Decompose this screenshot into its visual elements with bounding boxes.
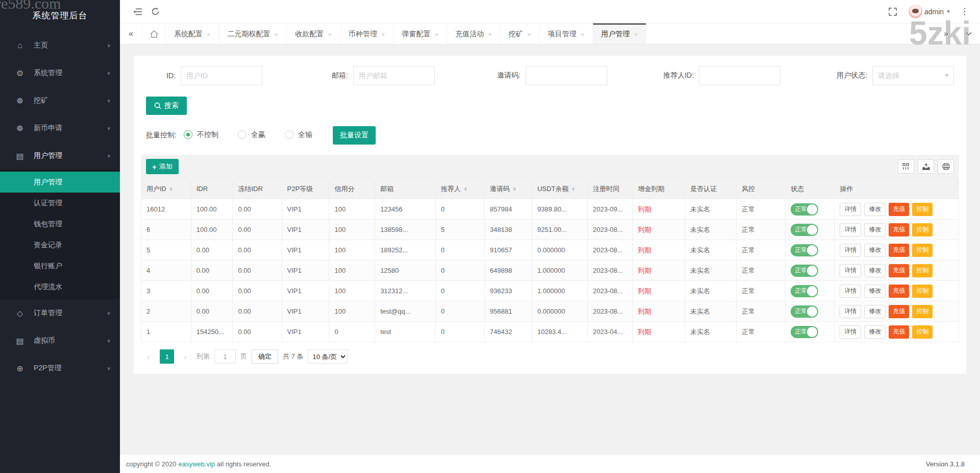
close-icon[interactable]: × xyxy=(634,31,638,38)
edit-button[interactable]: 修改 xyxy=(864,223,886,236)
recharge-button[interactable]: 充值 xyxy=(889,223,909,236)
sidebar-subitem-2[interactable]: 认证管理 xyxy=(0,193,120,214)
print-icon[interactable] xyxy=(938,159,954,174)
recharge-button[interactable]: 充值 xyxy=(889,264,909,277)
more-options-icon[interactable]: ⋮ xyxy=(958,6,971,17)
status-toggle[interactable]: 正常 xyxy=(791,203,818,216)
collapse-menu-icon[interactable] xyxy=(129,4,146,19)
close-icon[interactable]: × xyxy=(527,31,531,38)
confirm-page-button[interactable]: 确定 xyxy=(252,349,278,364)
detail-button[interactable]: 详情 xyxy=(840,264,861,277)
control-button[interactable]: 控制 xyxy=(912,305,933,318)
sidebar-item-5[interactable]: ▤用户管理∧ xyxy=(0,142,120,170)
detail-button[interactable]: 详情 xyxy=(840,203,861,216)
sidebar-subitem-1[interactable]: 用户管理 xyxy=(0,172,120,193)
detail-button[interactable]: 详情 xyxy=(840,244,861,257)
status-toggle[interactable]: 正常 xyxy=(791,285,818,297)
sort-icon[interactable]: ▲▼ xyxy=(463,187,468,191)
detail-button[interactable]: 详情 xyxy=(840,223,861,236)
status-toggle[interactable]: 正常 xyxy=(791,305,818,318)
page-number[interactable]: 1 xyxy=(160,349,174,364)
export-icon[interactable] xyxy=(918,159,934,174)
sort-icon[interactable]: ▲▼ xyxy=(512,187,517,191)
tab-2[interactable]: 二元期权配置× xyxy=(219,23,287,44)
detail-button[interactable]: 详情 xyxy=(840,305,861,318)
filter-input-2[interactable] xyxy=(353,66,435,85)
detail-button[interactable]: 详情 xyxy=(840,285,861,298)
status-toggle[interactable]: 正常 xyxy=(791,326,818,338)
column-header-7[interactable]: 推荐人▲▼ xyxy=(435,179,484,199)
sort-icon[interactable]: ▲▼ xyxy=(571,187,575,191)
column-header-9[interactable]: USDT余额▲▼ xyxy=(532,179,587,199)
control-button[interactable]: 控制 xyxy=(912,203,933,216)
tab-8[interactable]: 项目管理× xyxy=(540,23,593,44)
recharge-button[interactable]: 充值 xyxy=(889,244,909,257)
control-button[interactable]: 控制 xyxy=(912,244,933,257)
tab-7[interactable]: 挖矿× xyxy=(501,23,540,44)
status-select[interactable]: ▼ xyxy=(872,66,954,85)
edit-button[interactable]: 修改 xyxy=(864,264,886,277)
edit-button[interactable]: 修改 xyxy=(864,203,886,216)
control-button[interactable]: 控制 xyxy=(912,264,933,277)
status-toggle[interactable]: 正常 xyxy=(791,224,818,236)
close-icon[interactable]: × xyxy=(207,31,211,38)
close-icon[interactable]: × xyxy=(328,31,332,38)
detail-button[interactable]: 详情 xyxy=(840,325,861,339)
batch-set-button[interactable]: 批量设置 xyxy=(333,126,376,145)
filter-input-4[interactable] xyxy=(699,66,780,85)
tabs-scroll-left-icon[interactable]: « xyxy=(120,23,142,44)
radio-option-1[interactable]: 不控制 xyxy=(184,130,218,139)
tab-5[interactable]: 弹窗配置× xyxy=(394,23,447,44)
radio-option-3[interactable]: 全输 xyxy=(285,130,312,139)
sidebar-item-7[interactable]: ▤虚拟币∨ xyxy=(0,327,120,354)
tabs-scroll-right-icon[interactable]: » xyxy=(935,29,958,38)
control-button[interactable]: 控制 xyxy=(912,223,933,236)
filter-input-3[interactable] xyxy=(526,66,607,85)
recharge-button[interactable]: 充值 xyxy=(889,285,909,298)
sidebar-item-3[interactable]: ☸挖矿∨ xyxy=(0,87,120,114)
refresh-icon[interactable] xyxy=(146,4,164,19)
close-icon[interactable]: × xyxy=(381,31,385,38)
control-button[interactable]: 控制 xyxy=(912,325,933,339)
control-button[interactable]: 控制 xyxy=(912,285,933,298)
radio-option-2[interactable]: 全赢 xyxy=(238,130,265,139)
recharge-button[interactable]: 充值 xyxy=(889,325,909,339)
close-icon[interactable]: × xyxy=(488,31,492,38)
search-button[interactable]: 搜索 xyxy=(146,97,187,115)
sidebar-subitem-4[interactable]: 资金记录 xyxy=(0,234,120,255)
edit-button[interactable]: 修改 xyxy=(864,305,886,318)
close-icon[interactable]: × xyxy=(434,31,438,38)
next-page-icon[interactable]: › xyxy=(179,352,192,361)
edit-button[interactable]: 修改 xyxy=(864,325,886,339)
fullscreen-icon[interactable] xyxy=(884,4,901,19)
home-tab[interactable] xyxy=(142,23,166,44)
sidebar-subitem-6[interactable]: 代理流水 xyxy=(0,276,120,297)
status-select-input[interactable] xyxy=(872,66,954,85)
sort-icon[interactable]: ▲▼ xyxy=(169,187,173,191)
filter-input-1[interactable] xyxy=(181,66,262,85)
add-button[interactable]: + 添加 xyxy=(146,159,179,174)
tab-9[interactable]: 用户管理× xyxy=(593,23,647,44)
recharge-button[interactable]: 充值 xyxy=(889,305,909,318)
column-header-1[interactable]: 用户ID▲▼ xyxy=(141,179,191,199)
status-toggle[interactable]: 正常 xyxy=(791,244,818,256)
sidebar-item-8[interactable]: ⊕P2P管理∨ xyxy=(0,354,120,382)
columns-filter-icon[interactable] xyxy=(898,159,914,174)
edit-button[interactable]: 修改 xyxy=(864,285,886,298)
sidebar-subitem-3[interactable]: 钱包管理 xyxy=(0,214,120,234)
tab-1[interactable]: 系统配置× xyxy=(166,23,219,44)
page-jump-input[interactable] xyxy=(214,349,236,364)
sidebar-subitem-5[interactable]: 银行账户 xyxy=(0,255,120,276)
sidebar-item-2[interactable]: ⚙系统管理∨ xyxy=(0,59,120,87)
sidebar-item-6[interactable]: ◇订单管理∨ xyxy=(0,299,120,327)
recharge-button[interactable]: 充值 xyxy=(889,203,909,216)
status-toggle[interactable]: 正常 xyxy=(791,265,818,277)
user-menu[interactable]: admin ▼ xyxy=(909,5,951,18)
tab-6[interactable]: 充值活动× xyxy=(447,23,501,44)
tab-3[interactable]: 收款配置× xyxy=(287,23,340,44)
sidebar-item-4[interactable]: ☸新币申请∨ xyxy=(0,114,120,142)
close-icon[interactable]: × xyxy=(275,31,279,38)
edit-button[interactable]: 修改 xyxy=(864,244,886,257)
page-size-select[interactable]: 10 条/页 xyxy=(308,349,348,364)
column-header-8[interactable]: 邀请码▲▼ xyxy=(484,179,532,199)
